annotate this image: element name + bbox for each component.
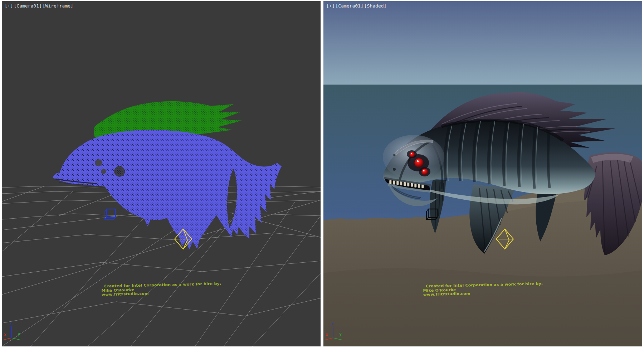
viewport-wireframe[interactable]: x y z [+][Camera01][Wireframe] Created f… [2,1,321,346]
red-eye-large [415,159,424,167]
axis-z-label: z [331,321,333,326]
red-eye-upper [410,152,415,157]
viewport-menu-shading[interactable]: [Shaded] [364,3,387,9]
viewport-menu-expand[interactable]: [+] [5,3,13,9]
dummy-box-gizmo[interactable] [105,209,116,219]
red-eye-lower [421,169,428,175]
eye-spot-small [101,169,106,174]
axis-y-label: y [18,331,20,336]
viewport-split-canvas: x y z [+][Camera01][Wireframe] Created f… [0,0,644,350]
viewport-menu-camera[interactable]: [Camera01] [335,3,363,9]
viewport-shaded[interactable]: x y z [+][Camera01][Shaded] Created for … [323,1,642,346]
axis-x-label: x [4,332,6,337]
viewport-menu-camera[interactable]: [Camera01] [14,3,42,9]
fish-model-wireframe[interactable] [53,101,282,249]
eye-spot-large [95,159,102,166]
viewport-label: [+][Camera01][Wireframe] [5,3,74,9]
axis-x-label: x [326,332,328,337]
viewport-menu-shading[interactable]: [Wireframe] [43,3,73,9]
axis-y-label: y [339,331,342,336]
axis-z-label: z [9,321,12,326]
viewport-menu-expand[interactable]: [+] [326,3,335,9]
viewport-label: [+][Camera01][Shaded] [326,3,387,9]
world-axis-tripod: x y z [3,321,20,340]
